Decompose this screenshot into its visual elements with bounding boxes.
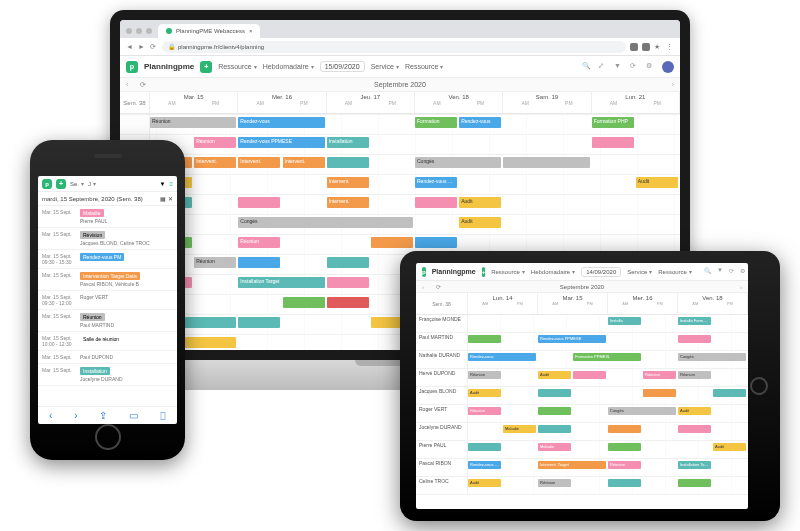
prev-icon[interactable]: ‹: [422, 284, 424, 290]
calendar-event[interactable]: [468, 335, 501, 343]
bookmarks-icon[interactable]: ▭: [129, 410, 138, 421]
period-dropdown[interactable]: Hebdomadaire: [263, 63, 314, 70]
add-button[interactable]: +: [200, 61, 212, 73]
calendar-event[interactable]: [678, 479, 711, 487]
calendar-event[interactable]: [608, 443, 641, 451]
list-item[interactable]: Mar. 15 Sept.Paul DUPOND: [38, 351, 177, 364]
calendar-event[interactable]: [238, 257, 280, 268]
calendar-event[interactable]: Intervent.: [283, 157, 325, 168]
list-item[interactable]: Mar. 15 Sept.InstallationJocelyne DURAND: [38, 364, 177, 386]
menu-icon[interactable]: ≡: [169, 181, 173, 187]
calendar-event[interactable]: Installation Target: [238, 277, 324, 288]
gear-icon[interactable]: ⚙: [740, 267, 745, 277]
calendar-event[interactable]: Réunion: [643, 371, 676, 379]
back-icon[interactable]: ◄: [126, 43, 134, 51]
resource-row[interactable]: Pierre PAULMaladieAudit: [416, 441, 748, 459]
calendar-event[interactable]: Intervent.: [238, 157, 280, 168]
calendar-event[interactable]: Audit: [468, 389, 501, 397]
prev-icon[interactable]: ‹: [126, 81, 128, 88]
next-icon[interactable]: ›: [672, 81, 674, 88]
resource-row[interactable]: Nathalie DURANDRendez-vousFormation PPME…: [416, 351, 748, 369]
calendar-event[interactable]: Rendez-vous: [468, 353, 536, 361]
filter-icon[interactable]: ▼: [160, 181, 166, 187]
calendar-event[interactable]: Maladie: [503, 425, 536, 433]
list-item[interactable]: Mar. 15 Sept.Intervention Target DatisPa…: [38, 269, 177, 291]
search-icon[interactable]: 🔍: [704, 267, 711, 277]
view-dropdown[interactable]: Se.: [70, 180, 84, 187]
refresh-icon[interactable]: ⟳: [140, 81, 146, 89]
calendar-event[interactable]: [678, 335, 711, 343]
resource-row[interactable]: Hervé DUPONDRéunionAuditRéunionRéunion: [416, 369, 748, 387]
calendar-event[interactable]: [538, 425, 571, 433]
resource-row[interactable]: Paul MARTINDRendez-vous PPMESE: [416, 333, 748, 351]
calendar-event[interactable]: [608, 479, 641, 487]
calendar-event[interactable]: Rendez-vous PM: [468, 461, 501, 469]
calendar-event[interactable]: Réunion: [150, 117, 236, 128]
search-icon[interactable]: 🔍: [582, 62, 592, 72]
calendar-event[interactable]: Congés: [678, 353, 746, 361]
calendar-event[interactable]: [327, 157, 369, 168]
calendar-event[interactable]: Audit: [678, 407, 711, 415]
calendar-event[interactable]: [468, 443, 501, 451]
calendar-event[interactable]: Rendez-vous PPMESE: [238, 137, 324, 148]
calendar-event[interactable]: Intervent.: [194, 157, 236, 168]
calendar-event[interactable]: Congés: [608, 407, 676, 415]
gear-icon[interactable]: ⚙: [646, 62, 656, 72]
add-button[interactable]: +: [56, 179, 66, 189]
calendar-event[interactable]: [327, 277, 369, 288]
calendar-event[interactable]: [538, 407, 571, 415]
calendar-event[interactable]: Révision: [538, 479, 571, 487]
resource-row[interactable]: Pascal RIBONRendez-vous PMIntervent. Tar…: [416, 459, 748, 477]
resource-row[interactable]: Françoise MONDEInstallaInstalla Formatio…: [416, 315, 748, 333]
resource-dropdown[interactable]: Ressource: [218, 63, 256, 70]
reload-icon[interactable]: ⟳: [150, 43, 158, 51]
calendar-event[interactable]: [573, 371, 606, 379]
calendar-event[interactable]: Réunion: [194, 137, 236, 148]
calendar-event[interactable]: Maladie: [538, 443, 571, 451]
user-avatar[interactable]: [662, 61, 674, 73]
forward-icon[interactable]: ›: [74, 410, 77, 421]
calendar-event[interactable]: Audit: [538, 371, 571, 379]
service-filter[interactable]: Service: [627, 268, 652, 275]
close-icon[interactable]: ×: [249, 28, 253, 34]
resource-dropdown[interactable]: Ressource: [491, 268, 525, 275]
next-icon[interactable]: ›: [740, 284, 742, 290]
list-item[interactable]: Mar. 15 Sept.MaladiePierre PAUL: [38, 206, 177, 228]
calendar-event[interactable]: [283, 297, 325, 308]
resource-filter[interactable]: Ressource: [658, 268, 692, 275]
calendar-event[interactable]: Intervent.: [327, 177, 369, 188]
resource-row[interactable]: Roger VERTRéunionCongésAudit: [416, 405, 748, 423]
calendar-event[interactable]: Installa: [608, 317, 641, 325]
resource-row[interactable]: Celine TROCAuditRévision: [416, 477, 748, 495]
list-item[interactable]: Mar. 15 Sept.RéunionPaul MARTIND: [38, 310, 177, 332]
menu-icon[interactable]: ⋮: [666, 43, 674, 51]
extension-icon[interactable]: [642, 43, 650, 51]
calendar-event[interactable]: [238, 317, 280, 328]
calendar-event[interactable]: [415, 237, 457, 248]
calendar-event[interactable]: [608, 425, 641, 433]
back-icon[interactable]: ‹: [49, 410, 52, 421]
service-filter[interactable]: Service: [371, 63, 399, 70]
calendar-event[interactable]: [592, 137, 634, 148]
refresh-icon[interactable]: ⟳: [436, 283, 441, 290]
calendar-event[interactable]: Réunion: [238, 237, 280, 248]
calendar-event[interactable]: [538, 389, 571, 397]
calendar-event[interactable]: Réunion: [468, 407, 501, 415]
date-field[interactable]: 14/09/2020: [581, 267, 621, 277]
calendar-event[interactable]: Rendez-vous Target: [415, 177, 457, 188]
calendar-event[interactable]: [327, 297, 369, 308]
calendar-event[interactable]: Installation: [327, 137, 369, 148]
share-icon[interactable]: ⇪: [99, 410, 107, 421]
calendar-event[interactable]: [713, 389, 746, 397]
tablet-grid[interactable]: Françoise MONDEInstallaInstalla Formatio…: [416, 315, 748, 509]
calendar-event[interactable]: Audit: [459, 197, 501, 208]
calendar-event[interactable]: Formation PPMEXL: [573, 353, 641, 361]
calendar-event[interactable]: Congés: [415, 157, 501, 168]
calendar-event[interactable]: [327, 257, 369, 268]
resource-row[interactable]: Jacques BLONDAudit: [416, 387, 748, 405]
calendar-event[interactable]: [238, 197, 280, 208]
calendar-event[interactable]: Réunion: [608, 461, 641, 469]
calendar-event[interactable]: [415, 197, 457, 208]
calendar-event[interactable]: [371, 237, 413, 248]
sync-icon[interactable]: ⟳: [630, 62, 640, 72]
